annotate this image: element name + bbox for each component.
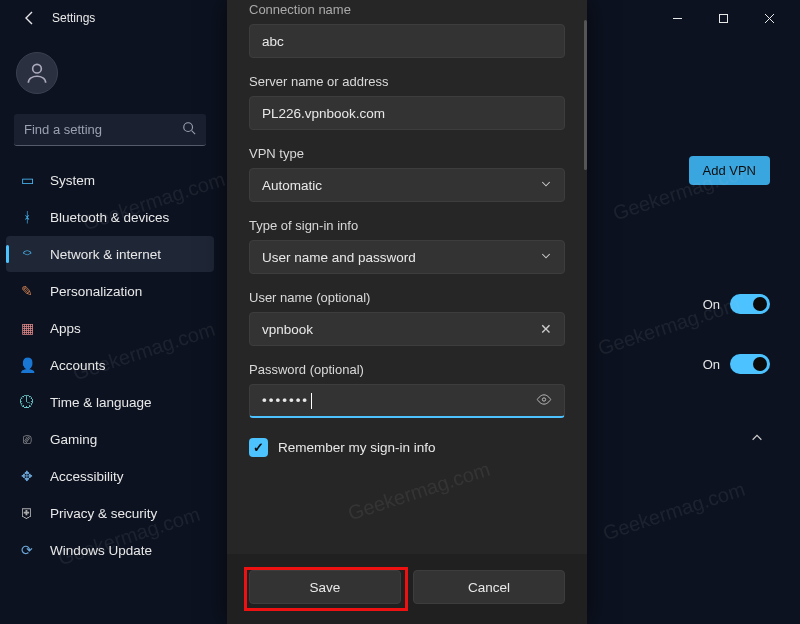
- sidebar-item-gaming[interactable]: ⎚Gaming: [6, 421, 214, 457]
- system-icon: ▭: [18, 171, 36, 189]
- reveal-password-icon[interactable]: [536, 391, 552, 410]
- sidebar-item-label: Network & internet: [50, 247, 161, 262]
- toggle-label: On: [703, 357, 720, 372]
- sidebar-item-label: Personalization: [50, 284, 142, 299]
- sidebar-item-apps[interactable]: ▦Apps: [6, 310, 214, 346]
- person-icon: 👤: [18, 356, 36, 374]
- wifi-icon: ⌔: [18, 245, 36, 263]
- password-input[interactable]: •••••••: [249, 384, 565, 418]
- toggle-label: On: [703, 297, 720, 312]
- svg-rect-0: [719, 14, 727, 22]
- avatar: [16, 52, 58, 94]
- sidebar-item-personalization[interactable]: ✎Personalization: [6, 273, 214, 309]
- toggle-switch[interactable]: [730, 354, 770, 374]
- account-header[interactable]: [0, 44, 220, 108]
- gamepad-icon: ⎚: [18, 430, 36, 448]
- sidebar-item-label: Apps: [50, 321, 81, 336]
- sidebar-item-system[interactable]: ▭System: [6, 162, 214, 198]
- back-button[interactable]: [16, 4, 44, 32]
- search-placeholder: Find a setting: [24, 122, 102, 137]
- username-input[interactable]: vpnbook ✕: [249, 312, 565, 346]
- remember-signin-checkbox[interactable]: ✓ Remember my sign-in info: [249, 438, 565, 457]
- toggle-switch[interactable]: [730, 294, 770, 314]
- toggle-row: On: [703, 354, 770, 374]
- sidebar: Find a setting ▭System ᚼBluetooth & devi…: [0, 36, 220, 624]
- input-value: abc: [262, 34, 284, 49]
- svg-point-1: [33, 64, 42, 73]
- window-controls: [654, 2, 792, 34]
- chevron-down-icon: [540, 250, 552, 265]
- vpn-type-select[interactable]: Automatic: [249, 168, 565, 202]
- checkbox-checked-icon: ✓: [249, 438, 268, 457]
- svg-point-2: [184, 123, 193, 132]
- sidebar-item-label: Bluetooth & devices: [50, 210, 169, 225]
- save-button[interactable]: Save: [249, 570, 401, 604]
- cancel-button[interactable]: Cancel: [413, 570, 565, 604]
- sidebar-item-label: System: [50, 173, 95, 188]
- clear-icon[interactable]: ✕: [540, 321, 552, 337]
- toggle-row: On: [703, 294, 770, 314]
- sidebar-item-network[interactable]: ⌔Network & internet: [6, 236, 214, 272]
- chevron-down-icon: [540, 178, 552, 193]
- nav-list: ▭System ᚼBluetooth & devices ⌔Network & …: [0, 160, 220, 570]
- maximize-button[interactable]: [700, 2, 746, 34]
- sidebar-item-label: Windows Update: [50, 543, 152, 558]
- select-value: User name and password: [262, 250, 416, 265]
- scrollbar[interactable]: [584, 20, 587, 170]
- search-icon: [182, 121, 196, 138]
- field-label: Password (optional): [249, 362, 565, 377]
- sidebar-item-label: Gaming: [50, 432, 97, 447]
- svg-point-3: [542, 397, 545, 400]
- add-vpn-button[interactable]: Add VPN: [689, 156, 770, 185]
- sidebar-item-label: Accessibility: [50, 469, 124, 484]
- brush-icon: ✎: [18, 282, 36, 300]
- sidebar-item-accessibility[interactable]: ✥Accessibility: [6, 458, 214, 494]
- input-value: PL226.vpnbook.com: [262, 106, 385, 121]
- update-icon: ⟳: [18, 541, 36, 559]
- sidebar-item-label: Time & language: [50, 395, 152, 410]
- shield-icon: ⛨: [18, 504, 36, 522]
- text-caret: [311, 393, 312, 409]
- window-title: Settings: [52, 11, 95, 25]
- signin-type-select[interactable]: User name and password: [249, 240, 565, 274]
- field-label: Type of sign-in info: [249, 218, 565, 233]
- field-label: VPN type: [249, 146, 565, 161]
- field-label: Connection name: [249, 2, 565, 17]
- checkbox-label: Remember my sign-in info: [278, 440, 436, 455]
- vpn-dialog: Connection name abc Server name or addre…: [227, 0, 587, 624]
- field-label: Server name or address: [249, 74, 565, 89]
- chevron-up-icon[interactable]: [750, 431, 764, 449]
- input-value: vpnbook: [262, 322, 313, 337]
- sidebar-item-bluetooth[interactable]: ᚼBluetooth & devices: [6, 199, 214, 235]
- sidebar-item-label: Accounts: [50, 358, 106, 373]
- sidebar-item-label: Privacy & security: [50, 506, 157, 521]
- field-label: User name (optional): [249, 290, 565, 305]
- server-name-input[interactable]: PL226.vpnbook.com: [249, 96, 565, 130]
- connection-name-input[interactable]: abc: [249, 24, 565, 58]
- sidebar-item-privacy[interactable]: ⛨Privacy & security: [6, 495, 214, 531]
- input-value: •••••••: [262, 393, 309, 408]
- close-button[interactable]: [746, 2, 792, 34]
- clock-icon: 🕓︎: [18, 393, 36, 411]
- dialog-body: Connection name abc Server name or addre…: [227, 0, 587, 554]
- bluetooth-icon: ᚼ: [18, 208, 36, 226]
- sidebar-item-accounts[interactable]: 👤Accounts: [6, 347, 214, 383]
- minimize-button[interactable]: [654, 2, 700, 34]
- dialog-buttons: Save Cancel: [227, 554, 587, 624]
- sidebar-item-update[interactable]: ⟳Windows Update: [6, 532, 214, 568]
- sidebar-item-time[interactable]: 🕓︎Time & language: [6, 384, 214, 420]
- apps-icon: ▦: [18, 319, 36, 337]
- search-input[interactable]: Find a setting: [14, 114, 206, 146]
- select-value: Automatic: [262, 178, 322, 193]
- accessibility-icon: ✥: [18, 467, 36, 485]
